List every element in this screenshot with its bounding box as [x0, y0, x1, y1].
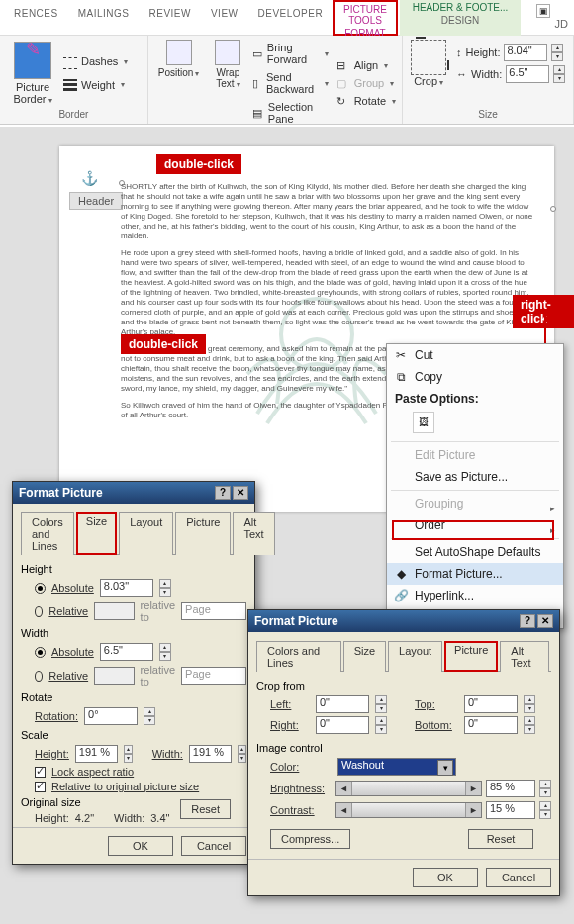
dlg1-reset-button[interactable]: Reset [180, 799, 231, 819]
ctx-save-as-picture[interactable]: Save as Picture... [387, 466, 563, 488]
group-button[interactable]: ▢Group [336, 75, 396, 91]
send-backward-label: Send Backward [266, 71, 319, 95]
tab-mailings[interactable]: MAILINGS [68, 0, 140, 35]
handle-ne[interactable] [550, 206, 556, 212]
dlg2-contrast-input[interactable]: 15 % [486, 801, 535, 819]
height-spinner[interactable]: ▴▾ [551, 44, 563, 61]
dlg2-tab-picture[interactable]: Picture [444, 641, 498, 672]
dlg1-rotation-input[interactable]: 0° [84, 707, 138, 725]
size-group-label: Size [411, 109, 565, 120]
dlg2-compress-button[interactable]: Compress... [270, 829, 350, 849]
width-spinner[interactable]: ▴▾ [553, 65, 565, 83]
dlg2-reset-button[interactable]: Reset [468, 829, 533, 849]
bring-forward-icon: ▭ [252, 47, 263, 59]
dlg2-contrast-spin[interactable]: ▴▾ [539, 801, 551, 819]
ribbon-body: Picture Border Dashes Weight Border Posi… [0, 36, 574, 125]
selection-pane-button[interactable]: ▤Selection Pane [252, 99, 328, 127]
dlg2-tab-size[interactable]: Size [343, 641, 386, 672]
dlg1-w-absolute-label: Absolute [51, 646, 94, 658]
ctx-hyperlink[interactable]: 🔗Hyperlink... [387, 585, 563, 606]
dlg2-right-input[interactable]: 0" [316, 716, 369, 734]
dlg1-ok-button[interactable]: OK [108, 836, 173, 856]
dlg1-scaleh-spin[interactable]: ▴▾ [124, 745, 133, 763]
dlg2-color-combo[interactable]: Washout [337, 758, 456, 776]
width-input[interactable]: 6.5" [506, 65, 549, 83]
ribbon-expand-icon[interactable]: ▣ [536, 4, 550, 18]
dlg2-tab-colors[interactable]: Colors and Lines [256, 641, 341, 672]
dlg1-scale-w-input[interactable]: 191 % [189, 745, 232, 763]
dlg1-tab-layout[interactable]: Layout [119, 512, 173, 555]
dlg2-contrast-slider[interactable]: ◄► [335, 802, 482, 818]
bring-forward-button[interactable]: ▭Bring Forward [252, 40, 328, 67]
ctx-autoshape-defaults[interactable]: Set AutoShape Defaults [387, 541, 563, 563]
ctx-format-picture[interactable]: ◆Format Picture... [387, 563, 563, 585]
weight-button[interactable]: Weight [63, 77, 128, 93]
picture-tools-tab[interactable]: PICTURE TOOLS FORMAT [333, 0, 398, 36]
rotate-button[interactable]: ↻Rotate [336, 93, 396, 109]
paste-option-picture[interactable]: 🖼 [413, 412, 434, 433]
tab-view[interactable]: VIEW [201, 0, 248, 35]
dlg1-tab-size[interactable]: Size [76, 512, 117, 555]
dlg2-tab-layout[interactable]: Layout [388, 641, 442, 672]
dlg1-w-absolute-input[interactable]: 6.5" [100, 643, 153, 661]
dlg1-tab-alttext[interactable]: Alt Text [233, 512, 274, 555]
dlg2-tab-alttext[interactable]: Alt Text [500, 641, 549, 672]
dlg1-w-absolute-radio[interactable] [35, 647, 46, 658]
border-group-label: Border [6, 109, 142, 120]
dlg2-brightness-slider[interactable]: ◄► [335, 781, 482, 796]
picture-border-button[interactable]: Picture Border [6, 40, 59, 105]
dlg1-rot-spin[interactable]: ▴▾ [144, 707, 155, 725]
crop-button[interactable]: Crop [411, 75, 446, 87]
dlg2-top-input[interactable]: 0" [464, 695, 518, 713]
position-button[interactable]: Position [154, 40, 204, 127]
dlg2-bottom-input[interactable]: 0" [464, 716, 518, 734]
dlg1-h-absolute-input[interactable]: 8.03" [100, 579, 153, 597]
copy-icon: ⧉ [393, 370, 409, 384]
dlg1-h-spin[interactable]: ▴▾ [159, 579, 171, 597]
dlg1-w-spin[interactable]: ▴▾ [159, 643, 171, 661]
dlg1-scale-h-input[interactable]: 191 % [75, 745, 118, 763]
dlg2-brightness-spin[interactable]: ▴▾ [539, 780, 551, 797]
dlg1-help-button[interactable]: ? [215, 486, 231, 500]
dlg1-scale-group: Scale [21, 729, 246, 741]
dlg2-close-button[interactable]: ✕ [537, 614, 553, 628]
dlg2-left-input[interactable]: 0" [316, 695, 369, 713]
ctx-copy[interactable]: ⧉Copy [387, 366, 563, 388]
tab-developer[interactable]: DEVELOPER [248, 0, 334, 35]
dlg2-ok-button[interactable]: OK [413, 868, 478, 887]
dlg1-h-relative-radio[interactable] [35, 606, 43, 617]
dlg1-tab-picture[interactable]: Picture [175, 512, 231, 555]
header-footer-tab[interactable]: HEADER & FOOTE... DESIGN [400, 0, 521, 36]
align-button[interactable]: ⊟Align [336, 57, 396, 73]
dlg1-close-button[interactable]: ✕ [233, 486, 248, 500]
dlg2-top-spin[interactable]: ▴▾ [524, 695, 535, 713]
dashes-label: Dashes [81, 55, 118, 67]
dlg1-rel-orig-check[interactable] [35, 782, 46, 792]
send-backward-button[interactable]: ▯Send Backward [252, 69, 328, 97]
dlg1-cancel-button[interactable]: Cancel [181, 836, 246, 856]
dashes-icon [63, 57, 77, 69]
dlg2-help-button[interactable]: ? [520, 614, 535, 628]
header-chip[interactable]: Header [69, 192, 123, 210]
dlg1-scalew-spin[interactable]: ▴▾ [238, 745, 246, 763]
account-initials[interactable]: JD [555, 18, 568, 30]
dlg2-left-spin[interactable]: ▴▾ [375, 695, 387, 713]
dlg1-titlebar[interactable]: Format Picture ?✕ [13, 482, 254, 504]
cut-icon: ✂ [393, 348, 409, 362]
wrap-text-button[interactable]: Wrap Text [211, 40, 244, 127]
ctx-cut[interactable]: ✂Cut [387, 344, 563, 366]
dlg1-w-relative-radio[interactable] [35, 671, 43, 682]
dlg2-titlebar[interactable]: Format Picture ?✕ [248, 610, 559, 632]
dlg1-h-absolute-radio[interactable] [35, 583, 46, 594]
dlg2-cancel-button[interactable]: Cancel [486, 868, 551, 887]
dashes-button[interactable]: Dashes [63, 52, 128, 71]
dlg2-brightness-input[interactable]: 85 % [486, 780, 535, 797]
dlg2-bottom-spin[interactable]: ▴▾ [524, 716, 535, 734]
tab-references[interactable]: RENCES [4, 0, 68, 35]
bring-forward-label: Bring Forward [267, 42, 319, 65]
height-input[interactable]: 8.04" [504, 44, 547, 61]
dlg1-lock-aspect-check[interactable] [35, 767, 46, 778]
dlg2-right-spin[interactable]: ▴▾ [375, 716, 387, 734]
dlg1-tab-colors[interactable]: Colors and Lines [21, 512, 74, 555]
tab-review[interactable]: REVIEW [139, 0, 200, 35]
